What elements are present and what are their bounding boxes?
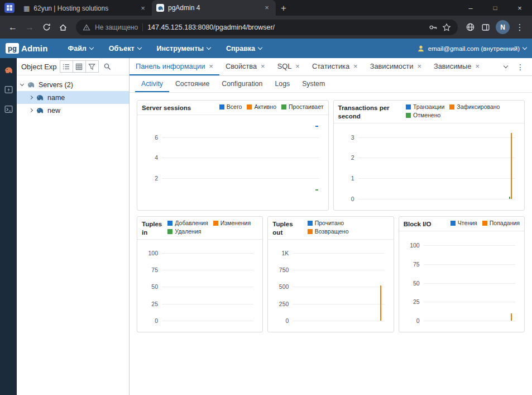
reload-button[interactable] <box>38 19 55 36</box>
url-text[interactable]: 147.45.125.183:8080/pgadmin4/browser/ <box>147 23 424 31</box>
tree-item-name[interactable]: name <box>17 91 129 104</box>
collapse-icon[interactable] <box>20 82 24 86</box>
tab-close-icon[interactable]: × <box>209 62 213 70</box>
chart-legend: ПрочитаноВозвращено <box>308 220 389 235</box>
subtab-label: System <box>302 80 325 88</box>
tree-item-servers-2[interactable]: Servers (2) <box>17 78 129 91</box>
chevron-down-icon <box>523 45 527 49</box>
axis-tick-label: 500 <box>279 283 289 290</box>
browser-tab-hosting[interactable]: ▦ 62yun | Hosting solutions × <box>19 1 152 16</box>
tab-close-icon[interactable]: × <box>295 62 300 70</box>
tree-item-label: Servers (2) <box>39 81 73 89</box>
close-button[interactable]: × <box>507 0 532 16</box>
axis-tick-label: 4 <box>155 154 158 161</box>
password-key-icon[interactable] <box>429 23 438 32</box>
axis-tick-label: 0 <box>351 196 354 202</box>
legend-item: Возвращено <box>308 228 349 235</box>
screen: ▦ 62yun | Hosting solutions × pgAdmin 4 … <box>0 0 532 395</box>
tree-item-new[interactable]: new <box>17 104 129 117</box>
menu-label: Объект <box>109 45 135 53</box>
browser-menu-icon[interactable]: ⋮ <box>512 20 528 35</box>
axis-tick-label: 25 <box>413 298 420 305</box>
legend-swatch <box>482 221 487 226</box>
expand-icon[interactable] <box>29 96 33 99</box>
back-button[interactable]: ← <box>4 19 21 36</box>
server-types-icon[interactable] <box>60 60 73 73</box>
main-tab-панель-информации[interactable]: Панель информации× <box>130 58 219 75</box>
query-tool-icon[interactable] <box>3 84 13 94</box>
tab-list-chevron-icon[interactable] <box>504 63 508 68</box>
translate-icon[interactable] <box>462 20 478 35</box>
main-tab-sql[interactable]: SQL× <box>271 58 306 75</box>
properties-grid-icon[interactable] <box>73 60 86 73</box>
menu-tools[interactable]: Инструменты <box>157 45 210 53</box>
chart-header: Block I/OЧтенияПопадания <box>399 217 524 231</box>
legend-label: Зафиксировано <box>457 103 500 110</box>
legend-item: Зафиксировано <box>449 103 500 110</box>
chevron-down-icon <box>258 45 262 49</box>
menu-file[interactable]: Файл <box>68 45 93 53</box>
tab-close-icon[interactable]: × <box>138 4 147 13</box>
main-tab-зависимые[interactable]: Зависимые× <box>428 58 486 75</box>
legend-label: Прочитано <box>315 220 344 226</box>
workspaces-icon[interactable] <box>4 3 15 13</box>
series-spike <box>509 197 510 199</box>
new-tab-button[interactable]: + <box>276 1 291 16</box>
legend-label: Отменено <box>413 112 440 118</box>
subtab-system[interactable]: System <box>296 76 331 92</box>
panel-menu-icon[interactable]: ⋮ <box>516 63 524 72</box>
legend-swatch <box>449 104 454 110</box>
gridline <box>424 321 515 321</box>
main-tabbar: Панель информации×Свойства×SQL×Статистик… <box>130 58 532 76</box>
address-bar[interactable]: Не защищено 147.45.125.183:8080/pgadmin4… <box>76 20 458 35</box>
tab-close-icon[interactable]: × <box>417 62 421 70</box>
tab-close-icon[interactable]: × <box>261 62 265 70</box>
series-spike <box>511 133 512 199</box>
home-button[interactable] <box>55 19 71 36</box>
legend-swatch <box>406 104 411 110</box>
gridline <box>162 287 253 287</box>
legend-swatch <box>219 104 224 110</box>
bookmark-star-icon[interactable] <box>442 23 451 32</box>
pgadmin-header: pg Admin ФайлОбъектИнструментыСправка em… <box>0 39 532 58</box>
subtab-состояние[interactable]: Состояние <box>169 76 215 92</box>
side-panel-icon[interactable] <box>478 20 493 35</box>
subtab-activity[interactable]: Activity <box>135 76 169 92</box>
search-icon[interactable] <box>100 60 114 73</box>
psql-terminal-icon[interactable] <box>3 104 13 114</box>
subtab-configuration[interactable]: Configuration <box>215 76 269 92</box>
axis-tick-label: 100 <box>410 242 420 249</box>
gridline <box>293 253 384 254</box>
menu-object[interactable]: Объект <box>109 45 141 53</box>
tree-item-label: name <box>47 94 65 102</box>
main-tab-статистика[interactable]: Статистика× <box>306 58 364 75</box>
security-label[interactable]: Не защищено <box>95 23 138 31</box>
axis-tick-label: 1K <box>281 250 289 256</box>
dashboard-row-1: Server sessionsВсегоАктивноПростаивает64… <box>137 100 525 211</box>
chart-plot: 1007550250 <box>162 246 253 321</box>
main-tabs: Панель информации×Свойства×SQL×Статистик… <box>130 58 486 75</box>
main-tab-свойства[interactable]: Свойства× <box>219 58 271 75</box>
main-tab-label: Панель информации <box>136 62 205 70</box>
tab-close-icon[interactable]: × <box>262 3 271 12</box>
subtab-logs[interactable]: Logs <box>269 76 296 92</box>
chart-area: 642 <box>137 118 323 206</box>
expand-icon[interactable] <box>29 108 33 112</box>
filter-icon[interactable] <box>85 60 99 73</box>
minimize-button[interactable]: – <box>458 0 483 16</box>
maximize-button[interactable]: □ <box>483 0 507 16</box>
main-tab-зависимости[interactable]: Зависимости× <box>364 58 428 75</box>
axis-tick-label: 0 <box>155 317 158 324</box>
legend-label: Попадания <box>490 220 520 226</box>
dashboard-row-2: Tuples inДобавленияИзмененияУдаления1007… <box>137 216 525 332</box>
menu-help[interactable]: Справка <box>226 45 262 53</box>
workspace-default-icon[interactable] <box>3 65 13 75</box>
account-menu[interactable]: email@gmail.com (внутренний) <box>417 45 526 53</box>
gridline <box>293 287 384 287</box>
forward-button[interactable]: → <box>21 19 38 36</box>
profile-avatar[interactable]: N <box>496 20 510 34</box>
tab-close-icon[interactable]: × <box>475 62 480 70</box>
browser-tab-pgadmin[interactable]: pgAdmin 4 × <box>152 0 276 16</box>
tab-close-icon[interactable]: × <box>353 62 358 70</box>
server-icon <box>36 106 44 115</box>
